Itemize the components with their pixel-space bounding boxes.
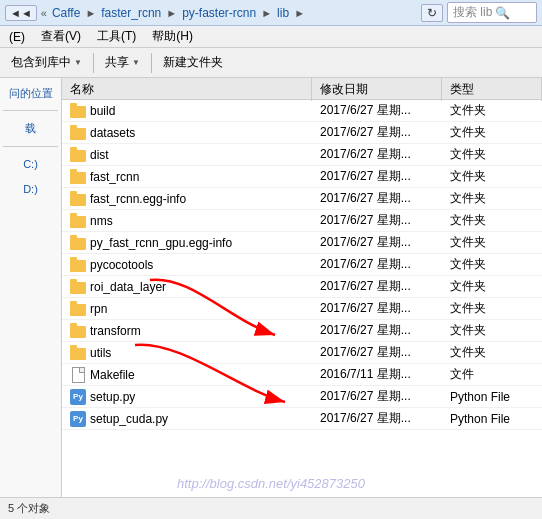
file-type-cell: 文件夹 — [442, 342, 542, 363]
file-name: datasets — [90, 126, 135, 140]
file-modified-cell: 2017/6/27 星期... — [312, 210, 442, 231]
folder-icon — [70, 216, 86, 228]
new-folder-label: 新建文件夹 — [163, 54, 223, 71]
table-row[interactable]: roi_data_layer 2017/6/27 星期... 文件夹 — [62, 276, 542, 298]
file-name-cell: Py setup.py — [62, 387, 312, 407]
table-row[interactable]: dist 2017/6/27 星期... 文件夹 — [62, 144, 542, 166]
col-header-name[interactable]: 名称 — [62, 78, 312, 101]
sep2: ► — [166, 7, 177, 19]
table-row[interactable]: Makefile 2016/7/11 星期... 文件 — [62, 364, 542, 386]
file-icon-container — [70, 257, 86, 273]
file-icon-container — [70, 169, 86, 185]
sidebar-item-download[interactable]: 载 — [3, 118, 58, 138]
folder-icon — [70, 260, 86, 272]
file-name: setup_cuda.py — [90, 412, 168, 426]
back-button[interactable]: ◄◄ — [5, 5, 37, 21]
sidebar-item-d[interactable]: D:) — [3, 179, 58, 199]
file-name: pycocotools — [90, 258, 153, 272]
file-name: nms — [90, 214, 113, 228]
sidebar-item-c[interactable]: C:) — [3, 154, 58, 174]
file-modified: 2017/6/27 星期... — [320, 410, 411, 427]
file-name-cell: build — [62, 101, 312, 121]
file-type: 文件夹 — [450, 278, 486, 295]
file-modified-cell: 2017/6/27 星期... — [312, 386, 442, 407]
file-type: 文件夹 — [450, 322, 486, 339]
file-type-cell: Python File — [442, 410, 542, 428]
new-folder-button[interactable]: 新建文件夹 — [157, 51, 229, 74]
table-row[interactable]: utils 2017/6/27 星期... 文件夹 — [62, 342, 542, 364]
main-layout: 问的位置 载 C:) D:) 名称 修改日期 类型 build 2017 — [0, 78, 542, 497]
breadcrumb-caffe[interactable]: Caffe — [49, 5, 83, 21]
file-name-cell: Py setup_cuda.py — [62, 409, 312, 429]
file-modified-cell: 2016/7/11 星期... — [312, 364, 442, 385]
table-row[interactable]: build 2017/6/27 星期... 文件夹 — [62, 100, 542, 122]
file-modified-cell: 2017/6/27 星期... — [312, 166, 442, 187]
table-row[interactable]: py_fast_rcnn_gpu.egg-info 2017/6/27 星期..… — [62, 232, 542, 254]
search-placeholder: 搜索 lib — [453, 4, 492, 21]
file-name: roi_data_layer — [90, 280, 166, 294]
table-row[interactable]: fast_rcnn 2017/6/27 星期... 文件夹 — [62, 166, 542, 188]
file-name-cell: fast_rcnn.egg-info — [62, 189, 312, 209]
breadcrumb-path: « Caffe ► faster_rcnn ► py-faster-rcnn ►… — [41, 5, 417, 21]
table-row[interactable]: Py setup_cuda.py 2017/6/27 星期... Python … — [62, 408, 542, 430]
menu-tools[interactable]: 工具(T) — [93, 27, 140, 46]
search-box[interactable]: 搜索 lib 🔍 — [447, 2, 537, 23]
folder-icon — [70, 348, 86, 360]
file-type-cell: 文件夹 — [442, 122, 542, 143]
table-row[interactable]: rpn 2017/6/27 星期... 文件夹 — [62, 298, 542, 320]
folder-icon — [70, 128, 86, 140]
menu-view[interactable]: 查看(V) — [37, 27, 85, 46]
col-header-type[interactable]: 类型 — [442, 78, 542, 101]
folder-icon — [70, 238, 86, 250]
toolbar-separator-2 — [151, 53, 152, 73]
col-header-modified[interactable]: 修改日期 — [312, 78, 442, 101]
folder-icon — [70, 150, 86, 162]
file-type-cell: 文件夹 — [442, 144, 542, 165]
file-name-cell: fast_rcnn — [62, 167, 312, 187]
file-type: 文件夹 — [450, 168, 486, 185]
breadcrumb-sep-start: « — [41, 7, 47, 19]
file-name-cell: rpn — [62, 299, 312, 319]
file-icon-container — [70, 213, 86, 229]
table-row[interactable]: pycocotools 2017/6/27 星期... 文件夹 — [62, 254, 542, 276]
file-name-cell: nms — [62, 211, 312, 231]
sep3: ► — [261, 7, 272, 19]
file-name: setup.py — [90, 390, 135, 404]
file-type-cell: 文件夹 — [442, 254, 542, 275]
file-modified: 2017/6/27 星期... — [320, 168, 411, 185]
file-modified-cell: 2017/6/27 星期... — [312, 122, 442, 143]
file-type: 文件夹 — [450, 124, 486, 141]
sidebar: 问的位置 载 C:) D:) — [0, 78, 62, 497]
breadcrumb-faster-rcnn[interactable]: faster_rcnn — [98, 5, 164, 21]
file-icon-container — [70, 147, 86, 163]
sidebar-item-location[interactable]: 问的位置 — [3, 83, 58, 103]
refresh-button[interactable]: ↻ — [421, 4, 443, 22]
table-row[interactable]: datasets 2017/6/27 星期... 文件夹 — [62, 122, 542, 144]
file-type-cell: 文件 — [442, 364, 542, 385]
file-modified: 2017/6/27 星期... — [320, 344, 411, 361]
breadcrumb-lib[interactable]: lib — [274, 5, 292, 21]
table-row[interactable]: fast_rcnn.egg-info 2017/6/27 星期... 文件夹 — [62, 188, 542, 210]
folder-icon — [70, 326, 86, 338]
file-icon-container — [70, 345, 86, 361]
file-type-cell: 文件夹 — [442, 100, 542, 121]
table-row[interactable]: transform 2017/6/27 星期... 文件夹 — [62, 320, 542, 342]
table-row[interactable]: nms 2017/6/27 星期... 文件夹 — [62, 210, 542, 232]
file-type-cell: 文件夹 — [442, 320, 542, 341]
file-name: Makefile — [90, 368, 135, 382]
menu-edit[interactable]: (E) — [5, 29, 29, 45]
menu-help[interactable]: 帮助(H) — [148, 27, 197, 46]
include-library-button[interactable]: 包含到库中 ▼ — [5, 51, 88, 74]
file-type: 文件夹 — [450, 190, 486, 207]
breadcrumb-py-faster-rcnn[interactable]: py-faster-rcnn — [179, 5, 259, 21]
toolbar: 包含到库中 ▼ 共享 ▼ 新建文件夹 — [0, 48, 542, 78]
table-row[interactable]: Py setup.py 2017/6/27 星期... Python File — [62, 386, 542, 408]
search-icon: 🔍 — [495, 6, 510, 20]
file-icon-container — [70, 235, 86, 251]
file-type-cell: 文件夹 — [442, 188, 542, 209]
file-type-cell: 文件夹 — [442, 298, 542, 319]
share-button[interactable]: 共享 ▼ — [99, 51, 146, 74]
file-name: py_fast_rcnn_gpu.egg-info — [90, 236, 232, 250]
file-modified-cell: 2017/6/27 星期... — [312, 408, 442, 429]
file-modified: 2017/6/27 星期... — [320, 300, 411, 317]
